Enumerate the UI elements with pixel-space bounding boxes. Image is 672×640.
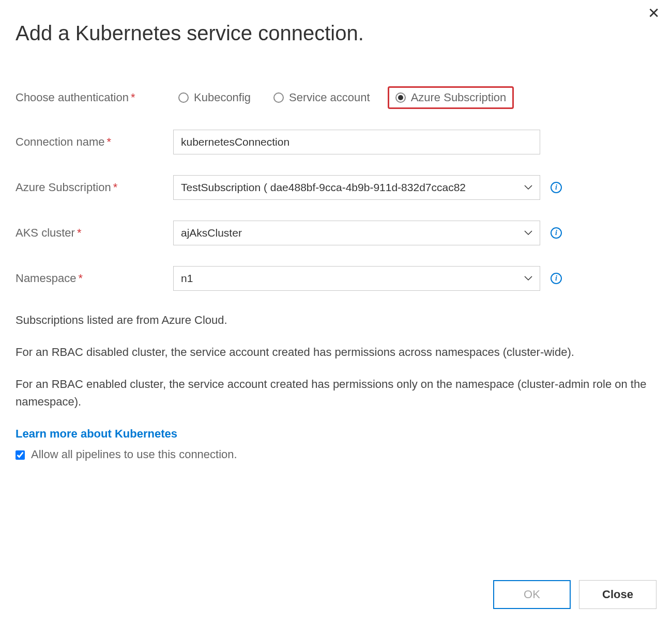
radio-icon: [395, 92, 406, 103]
dialog-buttons: OK Close: [493, 580, 656, 609]
azure-subscription-row: Azure Subscription* TestSubscription ( d…: [16, 175, 656, 200]
ok-button[interactable]: OK: [493, 580, 571, 609]
help-line-2: For an RBAC disabled cluster, the servic…: [16, 344, 656, 361]
aks-cluster-label: AKS cluster*: [16, 226, 173, 240]
namespace-row: Namespace* n1 i: [16, 266, 656, 291]
chevron-down-icon: [524, 276, 532, 281]
connection-name-label: Connection name*: [16, 135, 173, 149]
help-line-1: Subscriptions listed are from Azure Clou…: [16, 311, 656, 329]
allow-pipelines-checkbox[interactable]: [16, 450, 25, 460]
radio-kubeconfig[interactable]: Kubeconfig: [173, 88, 256, 107]
radio-label: Azure Subscription: [411, 91, 507, 104]
info-icon[interactable]: i: [551, 227, 562, 239]
connection-name-input[interactable]: [173, 130, 540, 154]
dropdown-value: TestSubscription ( dae488bf-9cca-4b9b-91…: [181, 181, 520, 194]
connection-name-row: Connection name*: [16, 130, 656, 154]
dropdown-value: ajAksCluster: [181, 227, 520, 239]
help-line-3: For an RBAC enabled cluster, the service…: [16, 376, 656, 411]
authentication-label: Choose authentication*: [16, 91, 173, 104]
radio-label: Service account: [289, 91, 370, 104]
info-icon[interactable]: i: [551, 273, 562, 284]
info-icon[interactable]: i: [551, 182, 562, 193]
chevron-down-icon: [524, 185, 532, 190]
namespace-dropdown[interactable]: n1: [173, 266, 540, 291]
aks-cluster-row: AKS cluster* ajAksCluster i: [16, 221, 656, 245]
learn-more-link[interactable]: Learn more about Kubernetes: [16, 425, 177, 443]
dropdown-value: n1: [181, 272, 520, 285]
allow-pipelines-row: Allow all pipelines to use this connecti…: [16, 446, 656, 463]
close-icon[interactable]: ✕: [648, 6, 660, 21]
dialog-title: Add a Kubernetes service connection.: [16, 22, 656, 45]
azure-subscription-dropdown[interactable]: TestSubscription ( dae488bf-9cca-4b9b-91…: [173, 175, 540, 200]
radio-label: Kubeconfig: [194, 91, 251, 104]
radio-azure-subscription[interactable]: Azure Subscription: [388, 86, 514, 109]
close-button[interactable]: Close: [579, 580, 656, 609]
radio-icon: [178, 92, 189, 103]
radio-service-account[interactable]: Service account: [268, 88, 375, 107]
allow-pipelines-label: Allow all pipelines to use this connecti…: [31, 446, 237, 463]
radio-icon: [273, 92, 284, 103]
azure-subscription-label: Azure Subscription*: [16, 181, 173, 194]
aks-cluster-dropdown[interactable]: ajAksCluster: [173, 221, 540, 245]
authentication-radio-group: Kubeconfig Service account Azure Subscri…: [173, 86, 514, 109]
help-text-block: Subscriptions listed are from Azure Clou…: [16, 311, 656, 464]
chevron-down-icon: [524, 230, 532, 236]
namespace-label: Namespace*: [16, 272, 173, 285]
authentication-row: Choose authentication* Kubeconfig Servic…: [16, 86, 656, 109]
